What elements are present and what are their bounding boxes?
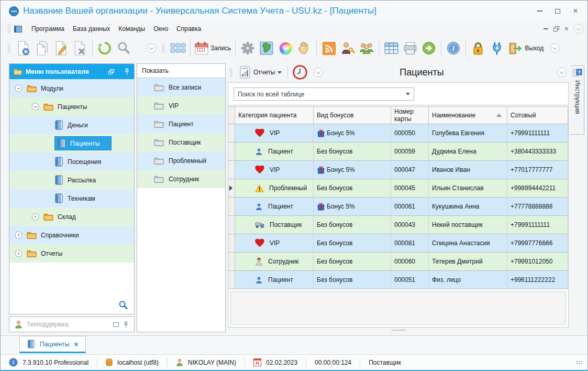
menu-database[interactable]: База данных: [69, 23, 114, 35]
panel-expand-icon[interactable]: [113, 322, 119, 327]
info-button[interactable]: i: [444, 38, 463, 58]
view-tiles-button[interactable]: [169, 38, 187, 58]
table-button[interactable]: [382, 38, 401, 58]
view-overflow-icon[interactable]: [314, 68, 323, 77]
table-row[interactable]: VIP Бонус 5% 000047 Иванов Иван +7701777…: [228, 161, 568, 179]
toolbar-overflow-icon[interactable]: [147, 43, 156, 53]
tree-item-technicians[interactable]: Техникам: [9, 189, 134, 208]
user-menu-header[interactable]: Меню пользователя: [9, 64, 134, 79]
plugin-button[interactable]: [487, 38, 506, 58]
tree-search-icon[interactable]: [118, 300, 128, 310]
tree-item-patients[interactable]: Пациенты: [9, 134, 134, 152]
table-row[interactable]: VIP Без бонусов 000081 Спицина Анастасия…: [228, 234, 568, 253]
toolbar-grip[interactable]: [8, 43, 10, 53]
patient-icon: [255, 276, 263, 284]
status-timer: 00:00:00:124: [315, 359, 351, 366]
exit-button[interactable]: Выход: [506, 38, 545, 58]
tree-item-mailing[interactable]: Рассылка: [9, 171, 134, 189]
view-overflow-icon[interactable]: [557, 68, 567, 77]
edit-record-button[interactable]: [52, 38, 71, 58]
selected-tree-item[interactable]: Пациенты: [54, 136, 112, 150]
table-row[interactable]: Сотрудник Без бонусов 000060 Тетерев Дми…: [228, 253, 568, 271]
horizontal-splitter[interactable]: [228, 328, 569, 332]
mdi-minimize-icon[interactable]: [543, 28, 548, 29]
toolbar-overflow-icon[interactable]: [550, 43, 560, 53]
record-button[interactable]: Запись: [193, 38, 232, 58]
table-row[interactable]: Пациент Без бонусов 000051 Физ. лицо +99…: [228, 271, 568, 289]
filter-item-patient[interactable]: Пациент: [137, 115, 225, 133]
menu-window[interactable]: Окно: [149, 23, 172, 35]
filter-item-employee[interactable]: Сотрудник: [137, 170, 225, 188]
user-permissions-button[interactable]: [338, 38, 357, 58]
column-header-phone[interactable]: Сотовый: [507, 107, 568, 124]
new-record-button[interactable]: [14, 38, 33, 58]
colors-button[interactable]: [276, 38, 295, 58]
resize-grip[interactable]: [576, 361, 582, 365]
support-panel[interactable]: Техподдержка: [9, 317, 135, 332]
close-icon[interactable]: ×: [568, 5, 583, 17]
menu-help[interactable]: Справка: [172, 23, 205, 35]
minimize-icon[interactable]: [532, 5, 548, 17]
user-groups-button[interactable]: [357, 38, 376, 58]
rss-button[interactable]: [319, 38, 338, 58]
filter-item-problem[interactable]: Проблемный: [137, 151, 225, 170]
menu-program[interactable]: Программа: [27, 23, 69, 35]
map-button[interactable]: [257, 38, 276, 58]
table-row[interactable]: Пациент Без бонусов 000059 Дудкина Елена…: [228, 143, 568, 161]
panel-restore-icon[interactable]: [108, 69, 114, 74]
timer-clock-icon[interactable]: [293, 65, 307, 80]
maximize-icon[interactable]: [550, 5, 565, 17]
tab-patients[interactable]: Пациенты ×: [19, 336, 86, 353]
toolbar-grip[interactable]: [8, 24, 10, 34]
instruction-tab[interactable]: ? Инструкция: [571, 66, 584, 135]
app-window: usu Название Вашей организации - Универс…: [0, 0, 588, 371]
copy-record-button[interactable]: [33, 38, 52, 58]
tree-item-directories[interactable]: Справочники: [9, 226, 134, 244]
tree-item-label: Пациенты: [70, 140, 99, 147]
menu-overflow-icon[interactable]: [574, 24, 583, 34]
mdi-restore-icon[interactable]: [553, 26, 559, 31]
pin-icon[interactable]: [124, 68, 130, 75]
calendar-icon: [195, 41, 208, 55]
reports-button[interactable]: Отчеты: [236, 65, 285, 80]
mdi-close-icon[interactable]: ×: [564, 25, 569, 33]
table-row-current[interactable]: Проблемный Без бонусов 000045 Ильин Стан…: [228, 179, 568, 198]
print-button[interactable]: [401, 38, 419, 58]
tree-item-label: Справочники: [41, 232, 79, 239]
tree-item-warehouse[interactable]: Склад: [9, 208, 134, 226]
column-header-category[interactable]: Категория пациента: [235, 107, 314, 124]
column-header-bonus[interactable]: Вид бонусов: [314, 107, 391, 124]
column-header-card[interactable]: Номер карты: [391, 107, 429, 124]
search-button[interactable]: [114, 38, 133, 58]
pin-icon[interactable]: [123, 321, 129, 328]
toolbar-grip[interactable]: [230, 68, 232, 77]
heart-icon: [255, 166, 264, 174]
filter-item-all[interactable]: Все записи: [137, 78, 225, 96]
column-header-name[interactable]: Наименование: [429, 107, 507, 124]
employee-icon: [255, 257, 263, 266]
delete-document-icon: [73, 41, 87, 56]
warning-icon: [255, 184, 264, 192]
refresh-button[interactable]: [95, 38, 114, 58]
settings-button[interactable]: [238, 38, 257, 58]
tiles-icon: [170, 42, 186, 54]
table-row[interactable]: VIP Бонус 5% 000050 Голубева Евгения +79…: [228, 124, 568, 143]
tree-item-modules[interactable]: Модули: [9, 79, 134, 97]
table-search-combobox[interactable]: Поиск по всей таблице: [234, 88, 414, 101]
tab-close-icon[interactable]: ×: [74, 340, 78, 348]
tree-item-patients-folder[interactable]: Пациенты: [9, 97, 134, 116]
lock-button[interactable]: [469, 38, 487, 58]
menu-commands[interactable]: Команды: [114, 23, 149, 35]
new-document-icon: [17, 41, 30, 56]
table-row[interactable]: Пациент Бонус 5% 000061 Кукушкина Анна +…: [228, 198, 568, 216]
drag-hand-button[interactable]: [295, 38, 314, 58]
tree-item-visits[interactable]: Посещения: [9, 152, 134, 171]
tree-item-reports[interactable]: Отчеты: [9, 244, 134, 263]
filter-item-vip[interactable]: VIP: [137, 96, 225, 115]
filter-item-supplier[interactable]: Поставщик: [137, 133, 225, 151]
delete-record-button[interactable]: [71, 38, 90, 58]
export-button[interactable]: [419, 38, 438, 58]
tree-item-money[interactable]: Деньги: [9, 116, 134, 134]
table-row[interactable]: Поставщик Без бонусов 000043 Некий поста…: [228, 216, 568, 234]
combo-dropdown-icon[interactable]: [402, 93, 414, 95]
